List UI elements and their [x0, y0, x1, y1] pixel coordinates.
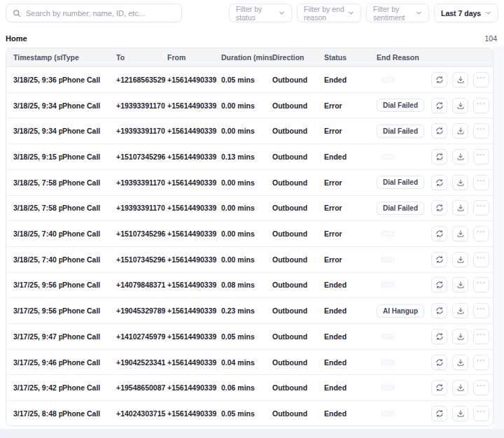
retry-call-button[interactable] [431, 406, 447, 421]
download-recording-button[interactable] [452, 277, 468, 292]
download-recording-button[interactable] [452, 123, 468, 139]
timestamp-cell: 3/17/25, 9:56 pm [13, 281, 62, 289]
more-options-button[interactable]: ··· [473, 123, 489, 139]
page-right-gutter [493, 46, 504, 428]
end-reason-cell: Dial Failed [377, 202, 431, 215]
row-actions: ··· [431, 226, 491, 241]
table-row[interactable]: 3/18/25, 9:34 pm Phone Call +19393391170… [6, 118, 493, 144]
more-options-button[interactable]: ··· [473, 329, 489, 344]
table-row[interactable]: 3/17/25, 8:48 pm Phone Call +14024303715… [6, 401, 493, 426]
download-recording-button[interactable] [452, 252, 468, 267]
retry-call-button[interactable] [431, 123, 447, 139]
more-options-button[interactable]: ··· [473, 226, 489, 241]
retry-call-button[interactable] [431, 329, 447, 344]
more-options-button[interactable]: ··· [473, 72, 489, 87]
table-row[interactable]: 3/17/25, 9:46 pm Phone Call +19042523341… [6, 350, 493, 376]
row-actions: ··· [431, 277, 491, 292]
retry-call-button[interactable] [431, 200, 447, 216]
retry-call-button[interactable] [431, 303, 447, 318]
download-icon [456, 127, 465, 135]
retry-call-button[interactable] [431, 380, 447, 395]
direction-cell: Outbound [272, 101, 324, 110]
duration-cell: 0.00 mins [221, 204, 272, 212]
table-row[interactable]: 3/18/25, 7:40 pm Phone Call +15107345296… [6, 221, 493, 247]
ellipsis-icon: ··· [477, 358, 486, 367]
search-box[interactable] [6, 3, 182, 22]
download-recording-button[interactable] [452, 303, 468, 318]
from-number-cell: +15614490339 [167, 204, 221, 212]
more-options-button[interactable]: ··· [473, 380, 489, 395]
download-recording-button[interactable] [452, 355, 468, 370]
refresh-icon [435, 178, 444, 187]
download-recording-button[interactable] [452, 406, 468, 421]
table-row[interactable]: 3/18/25, 9:34 pm Phone Call +19393391170… [6, 93, 493, 119]
more-options-button[interactable]: ··· [473, 303, 489, 318]
download-recording-button[interactable] [452, 380, 468, 395]
table-row[interactable]: 3/18/25, 7:58 pm Phone Call +19393391170… [6, 196, 493, 222]
filter-status-dropdown[interactable]: Filter by status [229, 3, 292, 22]
download-recording-button[interactable] [452, 149, 468, 164]
retry-call-button[interactable] [431, 175, 447, 190]
download-recording-button[interactable] [452, 98, 468, 113]
table-row[interactable]: 3/18/25, 9:15 pm Phone Call +15107345296… [6, 144, 493, 170]
download-recording-button[interactable] [452, 175, 468, 190]
download-icon [456, 153, 465, 161]
download-icon [456, 383, 465, 392]
end-reason-cell [377, 281, 431, 289]
status-cell: Ended [324, 409, 377, 418]
duration-cell: 0.08 mins [221, 281, 272, 289]
end-reason-empty-pill [381, 77, 395, 83]
row-actions: ··· [431, 200, 491, 216]
more-options-button[interactable]: ··· [473, 200, 489, 216]
more-options-button[interactable]: ··· [473, 149, 489, 164]
download-recording-button[interactable] [452, 200, 468, 216]
end-reason-empty-pill [381, 282, 395, 288]
more-options-button[interactable]: ··· [473, 98, 489, 113]
search-input[interactable] [26, 9, 175, 17]
table-row[interactable]: 3/17/25, 9:56 pm Phone Call +19045329789… [6, 298, 493, 324]
to-number-cell: +15107345296 [116, 229, 167, 238]
retry-call-button[interactable] [431, 226, 447, 241]
type-cell: Phone Call [62, 255, 116, 264]
filter-sentiment-dropdown[interactable]: Filter by sentiment [366, 3, 429, 22]
more-options-button[interactable]: ··· [473, 355, 489, 370]
status-cell: Error [324, 204, 377, 212]
filter-end-reason-dropdown[interactable]: Filter by end reason [297, 3, 361, 22]
download-icon [456, 358, 465, 367]
download-recording-button[interactable] [452, 329, 468, 344]
duration-cell: 0.23 mins [221, 306, 272, 315]
end-reason-cell [377, 76, 431, 84]
direction-cell: Outbound [272, 204, 324, 212]
table-row[interactable]: 3/18/25, 9:36 pm Phone Call +12168563529… [6, 67, 493, 93]
direction-cell: Outbound [272, 255, 324, 264]
status-cell: Error [324, 229, 377, 238]
download-recording-button[interactable] [452, 72, 468, 87]
table-row[interactable]: 3/17/25, 9:42 pm Phone Call +19548650087… [6, 375, 493, 401]
ellipsis-icon: ··· [477, 75, 486, 85]
retry-call-button[interactable] [431, 252, 447, 267]
direction-cell: Outbound [272, 281, 324, 289]
retry-call-button[interactable] [431, 355, 447, 370]
table-row[interactable]: 3/18/25, 7:58 pm Phone Call +19393391170… [6, 170, 493, 196]
more-options-button[interactable]: ··· [473, 406, 489, 421]
more-options-button[interactable]: ··· [473, 277, 489, 292]
retry-call-button[interactable] [431, 277, 447, 292]
date-range-dropdown[interactable]: Last 7 days [434, 3, 498, 22]
column-header-timestamp: Timestamp (start) [13, 53, 62, 62]
retry-call-button[interactable] [431, 98, 447, 113]
download-recording-button[interactable] [452, 226, 468, 241]
status-cell: Ended [324, 332, 377, 341]
table-row[interactable]: 3/18/25, 7:40 pm Phone Call +15107345296… [6, 247, 493, 273]
duration-cell: 0.00 mins [221, 229, 272, 238]
table-row[interactable]: 3/17/25, 9:47 pm Phone Call +14102745979… [6, 324, 493, 350]
table-row[interactable]: 3/17/25, 9:56 pm Phone Call +14079848371… [6, 273, 493, 299]
retry-call-button[interactable] [431, 149, 447, 164]
more-options-button[interactable]: ··· [473, 175, 489, 190]
timestamp-cell: 3/18/25, 9:34 pm [13, 127, 62, 135]
breadcrumb[interactable]: Home [6, 34, 27, 43]
timestamp-cell: 3/18/25, 7:58 pm [13, 204, 62, 212]
filter-end-reason-label: Filter by end reason [304, 5, 348, 22]
direction-cell: Outbound [272, 153, 324, 161]
more-options-button[interactable]: ··· [473, 252, 489, 267]
retry-call-button[interactable] [431, 72, 447, 87]
